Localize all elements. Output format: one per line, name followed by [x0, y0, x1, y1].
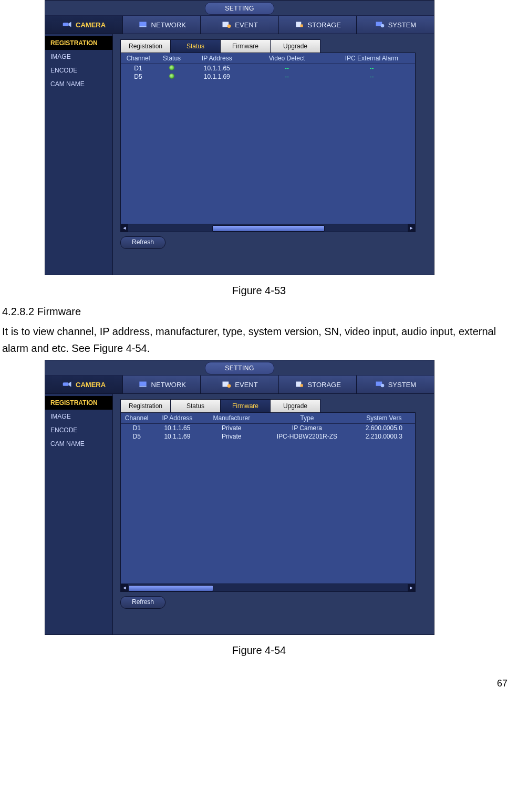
content-area: Registration Status Firmware Upgrade Cha…	[113, 394, 434, 634]
cell-extalarm: --	[328, 73, 415, 80]
cell-ip: 10.1.1.69	[188, 73, 245, 80]
toptab-network[interactable]: NETWORK	[123, 376, 201, 393]
panel-title-pill: SETTING	[205, 362, 274, 374]
panel-header: SETTING	[45, 360, 434, 376]
nvr-panel-firmware: SETTING CAMERA NETWORK EVENT	[45, 360, 434, 635]
horizontal-scrollbar[interactable]: ◄ ►	[121, 584, 415, 591]
toptab-label: CAMERA	[76, 381, 106, 389]
svg-rect-3	[139, 26, 146, 27]
section-heading: 4.2.8.2 Firmware	[2, 303, 516, 320]
camera-icon	[62, 380, 72, 389]
svg-point-19	[380, 384, 384, 388]
system-icon	[375, 380, 385, 389]
toptab-camera[interactable]: CAMERA	[45, 376, 123, 393]
toptab-label: SYSTEM	[388, 381, 416, 389]
svg-point-15	[227, 384, 231, 388]
status-dot-icon	[169, 74, 174, 79]
subtab-registration[interactable]: Registration	[120, 399, 171, 412]
panel-title-pill: SETTING	[205, 2, 274, 15]
col-channel: Channel	[121, 55, 156, 62]
cell-ip: 10.1.1.65	[188, 65, 245, 72]
subtab-upgrade[interactable]: Upgrade	[270, 399, 320, 412]
sidebar-item-registration[interactable]: REGISTRATION	[45, 396, 112, 410]
refresh-button[interactable]: Refresh	[120, 596, 165, 609]
toptab-label: EVENT	[235, 21, 257, 29]
col-mfr: Manufacturer	[202, 414, 261, 422]
sidebar-item-camname[interactable]: CAM NAME	[45, 77, 112, 91]
toptab-network[interactable]: NETWORK	[123, 16, 201, 34]
scroll-right-icon[interactable]: ►	[408, 224, 415, 232]
panel-header: SETTING	[45, 1, 434, 16]
sidebar-item-camname[interactable]: CAM NAME	[45, 437, 112, 451]
toptab-system[interactable]: SYSTEM	[357, 376, 434, 393]
sidebar-item-image[interactable]: IMAGE	[45, 410, 112, 423]
col-channel: Channel	[121, 414, 152, 422]
camera-icon	[62, 20, 72, 29]
col-extalarm: IPC External Alarm	[328, 55, 415, 62]
scroll-left-icon[interactable]: ◄	[121, 224, 128, 232]
scroll-track[interactable]	[128, 585, 408, 590]
toptab-camera[interactable]: CAMERA	[45, 16, 123, 34]
svg-marker-1	[69, 22, 71, 27]
svg-rect-10	[63, 382, 69, 386]
sidebar-item-registration[interactable]: REGISTRATION	[45, 36, 112, 50]
table-row: D1 10.1.1.65 Private IP Camera 2.600.000…	[121, 424, 415, 432]
storage-icon	[294, 20, 305, 29]
content-area: Registration Status Firmware Upgrade Cha…	[113, 34, 434, 275]
cell-sysver: 2.600.0005.0	[353, 424, 415, 432]
cell-channel: D5	[121, 73, 156, 80]
col-ip: IP Address	[152, 414, 202, 422]
col-ip: IP Address	[188, 55, 245, 62]
subtabs: Registration Status Firmware Upgrade	[120, 39, 427, 53]
table-header: Channel Status IP Address Video Detect I…	[121, 53, 415, 64]
sidebar-item-image[interactable]: IMAGE	[45, 50, 112, 64]
scroll-left-icon[interactable]: ◄	[121, 584, 128, 591]
toptab-event[interactable]: EVENT	[201, 16, 278, 34]
subtab-status[interactable]: Status	[170, 399, 221, 412]
col-status: Status	[156, 55, 188, 62]
top-tabs: CAMERA NETWORK EVENT STORAGE	[45, 16, 434, 34]
svg-rect-0	[63, 23, 69, 26]
horizontal-scrollbar[interactable]: ◄ ►	[121, 224, 415, 232]
sidebar: REGISTRATION IMAGE ENCODE CAM NAME	[45, 34, 113, 275]
sidebar-item-encode[interactable]: ENCODE	[45, 64, 112, 77]
toptab-storage[interactable]: STORAGE	[279, 376, 357, 393]
status-table: Channel Status IP Address Video Detect I…	[120, 53, 416, 232]
status-dot-icon	[169, 65, 174, 70]
scroll-track[interactable]	[128, 225, 408, 231]
table-row: D5 10.1.1.69 -- --	[121, 72, 415, 81]
cell-mfr: Private	[202, 433, 261, 440]
network-icon	[138, 380, 148, 389]
section-body: It is to view channel, IP address, manuf…	[2, 323, 516, 357]
refresh-button[interactable]: Refresh	[120, 236, 165, 249]
scroll-right-icon[interactable]: ►	[408, 584, 415, 591]
svg-point-5	[227, 25, 231, 28]
cell-video: --	[245, 65, 328, 72]
page-number: 67	[497, 678, 507, 689]
subtab-firmware[interactable]: Firmware	[220, 399, 271, 412]
table-row: D1 10.1.1.65 -- --	[121, 64, 415, 72]
toptab-label: NETWORK	[151, 21, 186, 29]
toptab-system[interactable]: SYSTEM	[357, 16, 434, 34]
cell-type: IPC-HDBW2201R-ZS	[261, 433, 353, 440]
toptab-event[interactable]: EVENT	[201, 376, 278, 393]
svg-rect-2	[139, 22, 146, 26]
cell-sysver: 2.210.0000.3	[353, 433, 415, 440]
col-sysver: System Vers	[353, 414, 415, 422]
subtab-upgrade[interactable]: Upgrade	[270, 39, 320, 53]
sidebar-item-encode[interactable]: ENCODE	[45, 423, 112, 437]
firmware-table: Channel IP Address Manufacturer Type Sys…	[120, 412, 416, 592]
figure-caption-453: Figure 4-53	[0, 285, 518, 297]
table-header: Channel IP Address Manufacturer Type Sys…	[121, 413, 415, 424]
toptab-storage[interactable]: STORAGE	[279, 16, 357, 34]
cell-status	[156, 73, 188, 80]
table-row: D5 10.1.1.69 Private IPC-HDBW2201R-ZS 2.…	[121, 432, 415, 441]
subtab-status[interactable]: Status	[170, 39, 221, 53]
scroll-thumb[interactable]	[128, 585, 213, 591]
event-icon	[221, 20, 232, 29]
sidebar: REGISTRATION IMAGE ENCODE CAM NAME	[45, 394, 113, 634]
subtab-firmware[interactable]: Firmware	[220, 39, 271, 53]
subtab-registration[interactable]: Registration	[120, 39, 171, 53]
scroll-thumb[interactable]	[212, 225, 325, 232]
event-icon	[221, 380, 232, 389]
